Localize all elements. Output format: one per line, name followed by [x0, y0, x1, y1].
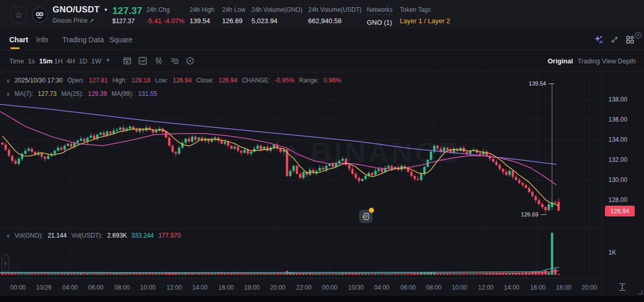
ma25-value: 129.39	[88, 90, 107, 97]
candle-low: 126.94	[173, 77, 192, 84]
tab-square[interactable]: Square	[109, 36, 132, 44]
interval-1w[interactable]: 1W	[91, 57, 101, 65]
time-tick-label: 04:00	[370, 284, 393, 291]
time-tick-label: 10:00	[137, 284, 159, 291]
time-tick-label: 10/29	[32, 284, 55, 291]
time-tick-label: 20:00	[578, 284, 601, 291]
line-chart-icon	[138, 56, 147, 65]
star-icon: ☆	[14, 10, 22, 21]
view-original[interactable]: Original	[548, 57, 573, 65]
owl-logo-icon	[34, 9, 45, 21]
volume-tick-label: 1K	[608, 249, 616, 256]
price-tick-label: 136.00	[608, 116, 628, 123]
close-panel-button[interactable]	[633, 30, 643, 40]
last-price: 127.37	[112, 5, 142, 16]
last-price-badge[interactable]: 126.94	[605, 206, 635, 216]
chevron-right-icon: ›	[5, 260, 7, 267]
external-link-icon: ↗	[89, 18, 94, 24]
indicators-icon	[170, 56, 179, 65]
vol-ma-pink-value: 177.570	[159, 232, 181, 239]
ai-assistant-button[interactable]: AI	[594, 35, 604, 45]
collapse-volume-icon[interactable]: ∨	[6, 233, 10, 239]
news-document-icon	[363, 213, 369, 220]
time-label: Time	[9, 57, 24, 65]
tab-chart[interactable]: Chart	[9, 36, 28, 44]
auto-scale-button[interactable]	[618, 282, 627, 294]
time-tick-label: 16:00	[527, 284, 549, 291]
time-tick-label: 06:00	[397, 284, 419, 291]
vol-ma-teal-value: 333.244	[131, 232, 154, 239]
symbol-header: ☆ GNO/USDT ▾ Gnosis Price↗ 127.37 $127.3…	[0, 0, 644, 30]
gnosis-coin-logo	[32, 7, 47, 23]
tab-trading-data[interactable]: Trading Data	[62, 36, 104, 44]
candlestick-icon	[154, 56, 163, 65]
interval-4h[interactable]: 4H	[66, 57, 75, 65]
time-tick-label: 22:00	[293, 284, 315, 291]
time-tick-label: 08:00	[422, 284, 445, 291]
view-depth[interactable]: Depth	[618, 57, 636, 65]
time-tick-label: 04:00	[59, 284, 81, 291]
time-tick-label: 18:00	[552, 284, 575, 291]
stat-24h-chg: 24h Chg -5.41 -4.07%	[146, 6, 184, 25]
time-tick-label: 00:00	[7, 284, 29, 291]
tab-info[interactable]: Info	[36, 36, 48, 44]
axis-corner-cell	[602, 279, 644, 295]
calendar-arrow-icon	[123, 56, 132, 65]
time-tick-label: 14:00	[500, 284, 523, 291]
price-tick-label: 138.00	[608, 96, 628, 103]
news-notification-dot	[369, 208, 374, 213]
time-axis[interactable]: 00:0010/2904:0006:0008:0010:0012:0014:00…	[0, 278, 602, 295]
symbol-selector[interactable]: GNO/USDT ▾ Gnosis Price↗	[53, 5, 107, 24]
stat-token-tags: Token Tags Layer 1 / Layer 2	[400, 6, 450, 25]
candle-high: 128.18	[131, 77, 150, 84]
stat-24h-volume-usdt: 24h Volume(USDT) 662,940.58	[308, 6, 362, 25]
volume-legend: ∨ Vol(GNO):21.144 Vol(USDT):2.693K 333.2…	[6, 232, 181, 239]
ma7-value: 127.73	[38, 90, 57, 97]
interval-1d[interactable]: 1D	[79, 57, 88, 65]
chart-style-button[interactable]	[138, 56, 148, 66]
time-tick-label: 10:00	[448, 284, 471, 291]
resize-corner-handle[interactable]	[638, 290, 642, 294]
candle-open: 127.81	[89, 77, 108, 84]
vol-usdt-value: 2.693K	[107, 232, 127, 239]
expand-arrows-icon	[611, 36, 619, 44]
chart-settings-button[interactable]	[185, 56, 196, 66]
favorite-star-button[interactable]: ☆	[10, 7, 27, 23]
fullscreen-button[interactable]	[609, 35, 620, 45]
active-tab-underline	[10, 47, 20, 49]
settings-gear-icon	[185, 56, 195, 65]
interval-1h[interactable]: 1H	[54, 57, 63, 65]
jump-to-date-button[interactable]	[123, 56, 133, 66]
interval-1s[interactable]: 1s	[28, 57, 35, 65]
interval-15m[interactable]: 15m	[39, 57, 53, 65]
collapse-ohlc-icon[interactable]: ∨	[6, 78, 10, 83]
price-axis[interactable]: 126.94 138.00136.00134.00132.00130.00128…	[602, 72, 644, 295]
symbol-name: GNO/USDT	[53, 5, 99, 14]
time-tick-label: 14:00	[189, 284, 211, 291]
price-tick-label: 132.00	[608, 156, 628, 163]
view-trading-view[interactable]: Trading View	[578, 57, 616, 65]
time-tick-label: 10/30	[345, 284, 367, 291]
collapse-ma-icon[interactable]: ∨	[6, 91, 10, 97]
interval-more-caret-icon[interactable]: ▾	[107, 57, 109, 63]
time-tick-label: 00:00	[318, 284, 341, 291]
trading-app: ☆ GNO/USDT ▾ Gnosis Price↗ 127.37 $127.3…	[0, 0, 644, 302]
pane-expander-button[interactable]: ›	[2, 255, 9, 272]
news-event-marker[interactable]	[359, 210, 372, 223]
candle-range: 0.96%	[324, 77, 341, 84]
time-tick-label: 08:00	[111, 284, 133, 291]
indicators-button[interactable]	[170, 56, 180, 66]
price-tick-label: 130.00	[608, 176, 628, 183]
candle-type-button[interactable]	[154, 56, 164, 66]
ohlc-legend: ∨ 2025/10/30 17:30 Open:127.81 High:128.…	[6, 77, 341, 84]
time-tick-label: 18:00	[241, 284, 263, 291]
ma99-value: 131.55	[138, 90, 157, 97]
time-tick-label: 20:00	[266, 284, 289, 291]
low-price-annotation: 126.69	[497, 211, 547, 217]
ai-sparkle-icon: AI	[594, 35, 604, 45]
time-tick-label: 12:00	[163, 284, 185, 291]
coin-info-link[interactable]: Gnosis Price↗	[53, 17, 107, 24]
vol-gno-value: 21.144	[48, 232, 67, 239]
time-tick-label: 16:00	[215, 284, 238, 291]
last-price-usd: $127.37	[112, 18, 134, 25]
